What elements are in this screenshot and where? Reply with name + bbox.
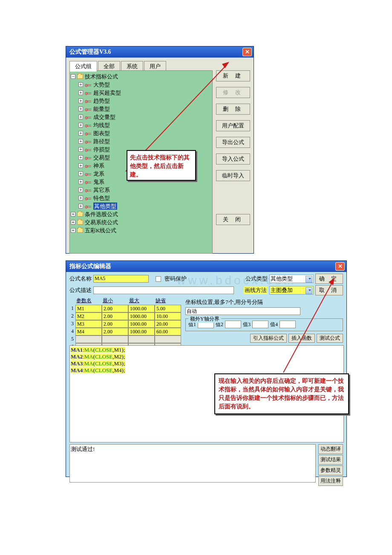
modify-button[interactable]: 修 改 xyxy=(216,87,250,98)
ok-button[interactable]: 确 定 xyxy=(315,274,343,284)
category-icon xyxy=(85,197,92,200)
label-desc: 公式描述 xyxy=(69,286,92,294)
right-buttons: 动态翻译 测试结果 参数精灵 用法注释 xyxy=(318,444,343,486)
testres-button[interactable]: 测试结果 xyxy=(318,455,343,465)
expand-icon[interactable]: + xyxy=(78,204,83,208)
tree-item[interactable]: +路径型 xyxy=(71,137,211,145)
expand-icon[interactable]: + xyxy=(71,212,75,217)
annotation-2: 现在输入相关的内容后点确定，即可新建一个技术指标，当然具体的如何输入内容才是关键… xyxy=(214,373,349,414)
label-name: 公式名称 xyxy=(69,275,92,283)
draw-select[interactable]: 主图叠加 xyxy=(269,286,314,295)
expand-icon[interactable]: + xyxy=(78,163,83,168)
tree-item[interactable]: +能量型 xyxy=(71,105,211,113)
tempimport-button[interactable]: 临时导入 xyxy=(216,170,250,181)
tab-group[interactable]: 公式组 xyxy=(69,61,97,72)
export-button[interactable]: 导出公式 xyxy=(216,137,250,148)
tree-item[interactable]: +均线型 xyxy=(71,121,211,129)
delete-button[interactable]: 删 除 xyxy=(216,104,250,115)
usage-button[interactable]: 用法注释 xyxy=(318,476,343,486)
expand-icon[interactable]: + xyxy=(71,228,75,233)
test-result-area: 测试通过! xyxy=(69,444,316,483)
tree-sibling[interactable]: +五彩K线公式 xyxy=(71,226,211,234)
category-icon xyxy=(85,188,92,192)
expand-icon[interactable]: + xyxy=(78,179,83,184)
category-icon xyxy=(85,164,92,168)
tree-item[interactable]: +趋势型 xyxy=(71,97,211,105)
tree-item[interactable]: +特色型 xyxy=(71,194,211,202)
category-icon xyxy=(85,116,92,119)
close-icon[interactable]: ✕ xyxy=(242,48,252,56)
refformula-button[interactable]: 引入指标公式 xyxy=(250,334,287,343)
category-icon xyxy=(85,148,92,151)
category-icon xyxy=(85,124,92,127)
cancel-button[interactable]: 取 消 xyxy=(315,285,343,295)
expand-icon[interactable]: + xyxy=(71,220,75,225)
expand-icon[interactable]: + xyxy=(78,171,83,176)
expand-icon[interactable]: + xyxy=(78,147,83,152)
annotation-1: 先点击技术指标下的其他类型，然后点击新建。 xyxy=(127,150,196,181)
category-icon xyxy=(85,99,92,103)
close-button[interactable]: 关 闭 xyxy=(216,214,250,225)
expand-icon[interactable]: + xyxy=(78,82,83,87)
insertfunc-button[interactable]: 插入函数 xyxy=(288,334,315,343)
hdr-max: 最大 xyxy=(128,297,155,305)
expand-icon[interactable]: + xyxy=(78,196,83,200)
hdr-default: 缺省 xyxy=(155,297,181,305)
label-coord: 坐标线位置,最多7个,用分号分隔 xyxy=(185,298,343,306)
coord-input[interactable]: 自动 xyxy=(185,307,300,315)
win2-title: 指标公式编辑器 xyxy=(68,263,335,270)
name-input[interactable]: MA5 xyxy=(93,275,149,283)
label-draw: 画线方法 xyxy=(244,286,268,294)
label-extray: 额外Y轴分界 xyxy=(188,315,221,323)
desc-input[interactable] xyxy=(93,286,234,294)
expand-icon[interactable]: + xyxy=(78,123,83,127)
expand-icon[interactable]: + xyxy=(78,98,83,103)
side-buttons: 新 建 修 改 删 除 用户配置 导出公式 导入公式 临时导入 关 闭 xyxy=(216,70,250,225)
expand-icon[interactable]: + xyxy=(78,115,83,119)
param-table: 参数名 最小 最大 缺省 1M12.001000.005.00 2M22.001… xyxy=(69,297,181,351)
category-icon xyxy=(85,156,92,159)
testformula-button[interactable]: 测试公式 xyxy=(317,334,343,343)
val4-input[interactable] xyxy=(280,321,296,328)
folder-icon xyxy=(77,220,83,225)
userconfig-button[interactable]: 用户配置 xyxy=(216,120,250,131)
test-result-text: 测试通过! xyxy=(71,446,95,452)
win2-titlebar: 指标公式编辑器 ✕ xyxy=(66,261,346,272)
paramwiz-button[interactable]: 参数精灵 xyxy=(318,465,343,475)
expand-icon[interactable]: + xyxy=(78,131,83,136)
close-icon[interactable]: ✕ xyxy=(335,262,345,271)
val3-input[interactable] xyxy=(252,321,268,328)
new-button[interactable]: 新 建 xyxy=(216,70,250,81)
val2-input[interactable] xyxy=(225,321,241,328)
param-cell[interactable]: M1 xyxy=(75,305,102,312)
expand-icon[interactable]: + xyxy=(78,107,83,111)
label-pwd: 密码保护 xyxy=(164,275,187,283)
expand-icon[interactable]: + xyxy=(78,139,83,144)
hdr-paramname: 参数名 xyxy=(75,297,102,305)
tree-root[interactable]: − 技术指标公式 xyxy=(71,72,211,81)
category-icon xyxy=(85,91,92,95)
tree-item-selected[interactable]: +其他类型 xyxy=(71,202,211,210)
category-icon xyxy=(85,107,92,111)
pwd-checkbox[interactable] xyxy=(156,276,161,282)
extra-y-fieldset: 额外Y轴分界 值1 值2 值3 值4 xyxy=(185,318,343,331)
category-icon xyxy=(85,172,92,176)
category-icon xyxy=(85,205,92,208)
tree-item[interactable]: +其它系 xyxy=(71,186,211,194)
tree-sibling[interactable]: +条件选股公式 xyxy=(71,210,211,218)
import-button[interactable]: 导入公式 xyxy=(216,153,250,165)
formula-editor-window: 指标公式编辑器 ✕ www.bdocx.com 公式名称 MA5 密码保护 公式… xyxy=(66,260,347,477)
collapse-icon[interactable]: − xyxy=(71,74,75,79)
category-icon xyxy=(85,83,92,87)
tree-sibling[interactable]: +交易系统公式 xyxy=(71,218,211,226)
tree-item[interactable]: +图表型 xyxy=(71,129,211,137)
tree-item[interactable]: +成交量型 xyxy=(71,113,211,121)
dyntrans-button[interactable]: 动态翻译 xyxy=(318,444,343,454)
tree-item[interactable]: +超买超卖型 xyxy=(71,89,211,97)
tree-item[interactable]: +大势型 xyxy=(71,81,211,89)
expand-icon[interactable]: + xyxy=(78,155,83,160)
folder-icon xyxy=(77,212,83,217)
type-select[interactable]: 其他类型 xyxy=(269,275,314,283)
expand-icon[interactable]: + xyxy=(78,188,83,192)
expand-icon[interactable]: + xyxy=(78,90,83,95)
